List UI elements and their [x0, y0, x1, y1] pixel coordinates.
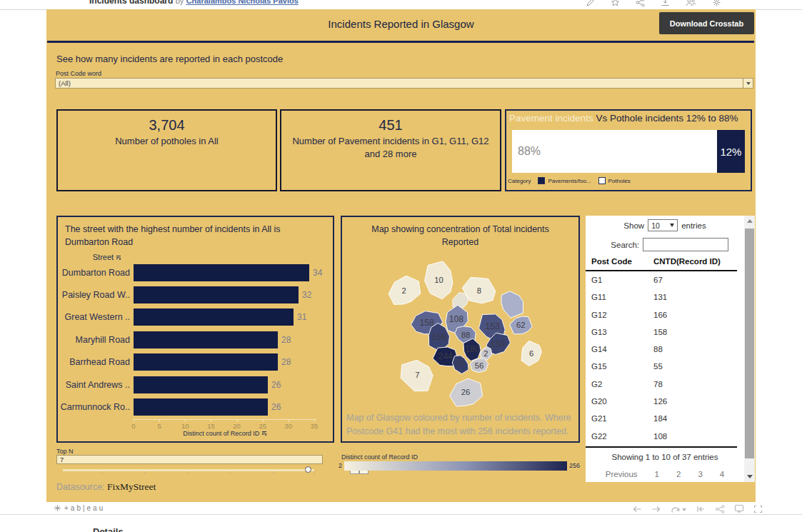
map-region-value-label: 108	[449, 314, 464, 324]
map-region[interactable]	[501, 291, 523, 318]
replay-icon[interactable]	[671, 506, 686, 514]
bar[interactable]	[134, 308, 294, 326]
table-row[interactable]: G20126	[586, 394, 744, 411]
page-button[interactable]: 4	[720, 470, 724, 478]
table-row[interactable]: G1488	[586, 342, 744, 359]
map-region-value-label: 153	[486, 321, 501, 331]
postcode-cell: G13	[591, 328, 607, 336]
map-region-value-label: 158	[419, 318, 434, 328]
sort-icon[interactable]	[261, 431, 267, 438]
top-n-label: Top N	[56, 448, 74, 455]
pavements-swatch	[538, 177, 545, 184]
search-input[interactable]	[643, 238, 728, 251]
chevron-down-icon[interactable]	[743, 79, 753, 88]
potholes-legend-label: Potholes	[608, 178, 631, 184]
table-row[interactable]: G167	[586, 273, 744, 290]
postcode-table-panel: Show 10 entries Search: Post Code CNTD(R…	[586, 216, 744, 482]
top-n-input[interactable]: 7	[56, 455, 323, 464]
x-axis-label: Distinct count of Record ID	[134, 430, 316, 438]
comment-icon[interactable]	[734, 503, 744, 516]
scrollbar-thumb[interactable]	[745, 229, 754, 458]
table-pagination: Previous 1234	[586, 470, 744, 478]
map-region-value-label: 150	[491, 339, 506, 349]
pencil-icon[interactable]	[586, 0, 595, 7]
table-row[interactable]: G22108	[586, 429, 744, 446]
x-tick-label: 5	[157, 422, 161, 430]
cntd-cell: 78	[653, 380, 663, 388]
search-label: Search:	[611, 241, 639, 249]
map-region-value-label: 62	[516, 321, 526, 329]
comparison-legend: Category Pavements/foo... Potholes	[508, 177, 631, 184]
map-region-value-label: 2	[402, 286, 406, 295]
table-row[interactable]: G21184	[586, 411, 744, 428]
postcode-cell: G21	[591, 414, 607, 423]
postcode-cell: G20	[591, 397, 607, 406]
bar-value-label: 31	[297, 312, 306, 322]
bar[interactable]	[134, 264, 309, 281]
slider-tick	[101, 471, 102, 474]
table-row[interactable]: G13158	[586, 325, 744, 342]
caret-down-icon[interactable]	[682, 508, 686, 511]
comparison-stacked-bar: 88% 12%	[512, 130, 745, 173]
clipped-next-section-heading: Details	[93, 526, 124, 532]
col-postcode-header[interactable]: Post Code	[591, 257, 632, 266]
table-row[interactable]: G11131	[586, 290, 744, 307]
map-region-value-label: 2	[483, 349, 488, 358]
bar[interactable]	[134, 376, 268, 393]
datasource-note: Datasource: FixMyStreet	[56, 481, 156, 493]
gear-icon[interactable]	[712, 0, 721, 7]
header-underline	[586, 270, 737, 271]
tableau-logo[interactable]: +ab|eau	[54, 504, 105, 512]
color-legend-gradient[interactable]	[344, 461, 567, 471]
share-icon[interactable]	[715, 503, 725, 516]
bar-row: Barrhead Road28	[59, 351, 331, 373]
bar-value-label: 26	[271, 402, 281, 412]
postcode-filter-dropdown[interactable]: (All)	[55, 78, 753, 89]
viz-author-link[interactable]: Charalambos Nicholas Pavlos	[186, 0, 299, 5]
download-icon[interactable]	[661, 0, 670, 7]
bar[interactable]	[134, 398, 268, 416]
map-region-value-label: 6	[529, 349, 533, 358]
slider-handle[interactable]	[305, 466, 311, 473]
download-crosstab-button[interactable]: Download Crosstab	[659, 12, 754, 34]
table-row[interactable]: G278	[586, 377, 744, 394]
bar[interactable]	[134, 331, 278, 348]
page-button[interactable]: 2	[676, 470, 681, 478]
top-n-slider[interactable]	[63, 466, 314, 476]
scroll-down-arrow[interactable]	[744, 471, 755, 482]
page-button[interactable]: 3	[698, 470, 702, 478]
toolbar-icons	[632, 503, 763, 516]
table-body: G167G11131G12166G13158G1488G1555G278G201…	[586, 273, 744, 446]
table-row[interactable]: G1555	[586, 359, 744, 376]
pavements-segment[interactable]: 12%	[717, 130, 745, 173]
intro-text: See how many incidents are reported in e…	[56, 54, 283, 64]
revert-icon[interactable]	[696, 503, 706, 516]
bar-row: Saint Andrews ..26	[59, 373, 331, 396]
bar-category-label: Great Western ..	[59, 312, 134, 322]
col-cntd-header[interactable]: CNTD(Record ID)	[653, 257, 721, 266]
bar[interactable]	[134, 286, 299, 303]
viz-page-header: Incidents dashboard by Charalambos Nicho…	[0, 0, 802, 10]
table-scrollbar[interactable]	[744, 216, 755, 482]
postcode-cell: G14	[591, 345, 607, 353]
map-caption: Map of Glasgow coloured by number of inc…	[346, 411, 571, 439]
dashboard-title: Incidents Reported in Glasgow	[46, 18, 756, 30]
map-caption-line1: Map of Glasgow coloured by number of inc…	[346, 413, 571, 423]
people-icon[interactable]	[686, 0, 696, 7]
entries-select[interactable]: 10	[648, 219, 678, 231]
share-icon[interactable]	[636, 0, 645, 7]
choropleth-map[interactable]: 21081581081536215688150180244277566726	[374, 256, 560, 411]
table-row[interactable]: G12166	[586, 308, 744, 325]
redo-icon[interactable]	[651, 503, 661, 516]
scroll-up-arrow[interactable]	[744, 216, 755, 226]
legend-title: Category	[508, 178, 531, 184]
page-button[interactable]: 1	[655, 470, 659, 478]
bar[interactable]	[134, 353, 278, 371]
map-region-value-label: 26	[461, 388, 471, 396]
undo-icon[interactable]	[632, 503, 642, 516]
previous-button[interactable]: Previous	[606, 470, 638, 478]
star-icon[interactable]	[611, 0, 620, 7]
slider-track[interactable]	[63, 469, 314, 471]
fullscreen-icon[interactable]	[753, 503, 763, 516]
potholes-segment[interactable]: 88%	[512, 130, 717, 173]
